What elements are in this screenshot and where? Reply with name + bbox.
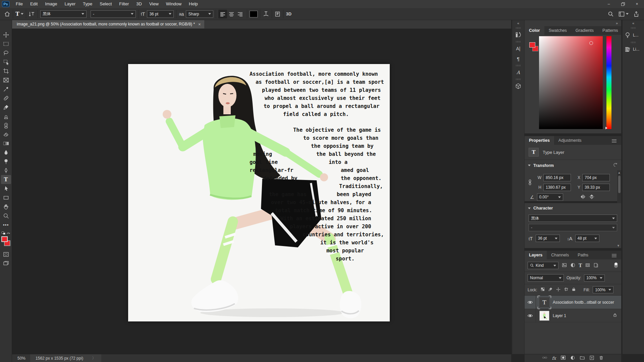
filter-smart-object-icon[interactable] — [593, 262, 598, 269]
layer-filter-kind-select[interactable]: Kind — [528, 262, 558, 269]
saturation-brightness-field[interactable] — [539, 36, 603, 129]
libraries-panel-icon[interactable]: Li... — [623, 44, 644, 54]
workspace-switcher-icon[interactable] — [619, 11, 629, 17]
height-input[interactable]: 1380.67 px — [543, 184, 571, 191]
collapse-right-strip-icon[interactable]: « — [623, 20, 644, 26]
tab-swatches[interactable]: Swatches — [544, 26, 571, 35]
tab-properties[interactable]: Properties — [525, 136, 554, 145]
brush-tool[interactable] — [1, 103, 11, 112]
filter-image-icon[interactable] — [561, 262, 567, 269]
text-color-swatch[interactable] — [250, 11, 258, 17]
reset-transform-icon[interactable] — [613, 163, 618, 168]
align-center-button[interactable] — [227, 10, 236, 18]
blur-tool[interactable] — [1, 148, 11, 157]
clone-stamp-tool[interactable] — [1, 112, 11, 121]
layer-row-text[interactable]: T Association footb...otball or soccer — [525, 296, 621, 309]
align-right-button[interactable] — [236, 10, 245, 18]
more-tool[interactable]: ••• — [1, 220, 11, 229]
tab-layers[interactable]: Layers — [525, 251, 547, 259]
color-foreground-swatch[interactable] — [529, 42, 535, 48]
font-style-select[interactable]: - — [91, 10, 136, 18]
share-icon[interactable] — [633, 11, 639, 17]
menu-type[interactable]: Type — [79, 0, 96, 8]
foreground-background-swatches[interactable] — [1, 236, 11, 247]
new-layer-icon[interactable] — [589, 355, 594, 361]
eraser-tool[interactable] — [1, 130, 11, 139]
filter-toggle[interactable] — [614, 262, 618, 269]
document-canvas[interactable]: Association football, more commonly know… — [128, 64, 390, 321]
blend-mode-select[interactable]: Normal — [528, 274, 564, 282]
flip-horizontal-icon[interactable] — [580, 194, 586, 200]
tab-channels[interactable]: Channels — [547, 251, 573, 259]
menu-view[interactable]: View — [146, 0, 162, 8]
zoom-level[interactable]: 50% — [12, 356, 30, 361]
tab-adjustments[interactable]: Adjustments — [554, 136, 586, 145]
color-field-marker[interactable] — [589, 41, 593, 45]
search-icon[interactable] — [608, 11, 614, 17]
link-dimensions-icon[interactable] — [527, 179, 533, 187]
rectangular-marquee-tool[interactable] — [1, 39, 11, 48]
lock-all-icon[interactable] — [572, 287, 576, 293]
quick-mask-icon[interactable] — [1, 250, 11, 259]
menu-file[interactable]: File — [12, 0, 26, 8]
link-layers-icon[interactable] — [542, 355, 547, 361]
image-layer-thumbnail[interactable] — [539, 311, 549, 321]
text-layer-thumbnail[interactable]: T — [539, 297, 549, 307]
toggle-panels-icon[interactable] — [274, 11, 281, 17]
layer-visibility-eye-icon[interactable] — [525, 309, 536, 322]
lock-pixels-icon[interactable] — [548, 287, 553, 293]
expand-dock-icon[interactable]: » — [525, 20, 621, 26]
fill-input[interactable]: 100% — [593, 286, 613, 293]
minimize-button[interactable]: – — [602, 0, 616, 8]
layer-visibility-eye-icon[interactable] — [525, 296, 536, 309]
color-panel-swatches[interactable] — [529, 42, 539, 52]
tab-patterns[interactable]: Patterns — [598, 26, 623, 35]
frame-tool[interactable] — [1, 75, 11, 84]
align-left-button[interactable] — [218, 10, 227, 18]
character-panel-icon[interactable]: A| — [512, 44, 524, 54]
filter-adjustment-icon[interactable] — [570, 262, 576, 269]
new-group-icon[interactable] — [580, 355, 585, 361]
y-input[interactable]: 39.33 px — [582, 184, 610, 191]
menu-layer[interactable]: Layer — [61, 0, 79, 8]
add-layer-mask-icon[interactable] — [560, 355, 566, 361]
filter-shape-icon[interactable] — [585, 262, 590, 269]
screen-mode-icon[interactable] — [1, 259, 11, 268]
character-scroll-down-icon[interactable]: ▼ — [617, 244, 620, 247]
filter-type-icon[interactable]: T — [579, 263, 582, 268]
menu-edit[interactable]: Edit — [26, 0, 41, 8]
home-icon[interactable] — [4, 11, 10, 17]
pen-tool[interactable] — [1, 166, 11, 175]
character-font-style-select[interactable]: - — [529, 224, 617, 231]
default-swap-colors[interactable] — [1, 231, 11, 235]
hand-tool[interactable] — [1, 202, 11, 211]
document-tab[interactable]: image_a21.png @ 50% (Association footbal… — [12, 20, 204, 28]
character-styles-panel-icon[interactable]: A — [512, 67, 524, 77]
hue-slider-marker[interactable] — [605, 127, 607, 129]
tab-paths[interactable]: Paths — [573, 251, 593, 259]
warp-text-icon[interactable] — [263, 11, 269, 17]
flip-vertical-icon[interactable] — [589, 194, 595, 200]
layer-row-image[interactable]: Layer 1 — [525, 309, 621, 322]
lock-artboard-icon[interactable] — [564, 287, 569, 293]
character-font-family-select[interactable]: 黑体 — [529, 215, 617, 222]
delete-layer-icon[interactable] — [599, 355, 604, 361]
type-tool[interactable]: T — [1, 175, 11, 184]
type-tool-preset[interactable]: T — [15, 11, 23, 17]
width-input[interactable]: 850.16 px — [543, 174, 571, 181]
lasso-tool[interactable] — [1, 48, 11, 57]
x-input[interactable]: 704 px — [582, 174, 610, 181]
canvas-pasteboard[interactable]: Association football, more commonly know… — [12, 29, 511, 354]
gradient-tool[interactable] — [1, 139, 11, 148]
foreground-color-swatch[interactable] — [1, 236, 8, 242]
3d-button[interactable]: 3D — [286, 11, 291, 16]
paragraph-panel-icon[interactable]: ¶ — [512, 54, 524, 64]
new-adjustment-layer-icon[interactable] — [570, 355, 575, 361]
character-section-header[interactable]: Character — [525, 203, 621, 213]
menu-3d[interactable]: 3D — [132, 0, 146, 8]
document-dimensions[interactable]: 1562 px x 1535 px (72 ppi) 〉 — [30, 354, 101, 362]
font-size-select[interactable]: 36 pt — [147, 10, 174, 18]
antialias-select[interactable]: Sharp — [186, 10, 213, 18]
leading-select[interactable]: 48 pt — [575, 235, 599, 242]
character-size-select[interactable]: 36 pt — [536, 235, 560, 242]
